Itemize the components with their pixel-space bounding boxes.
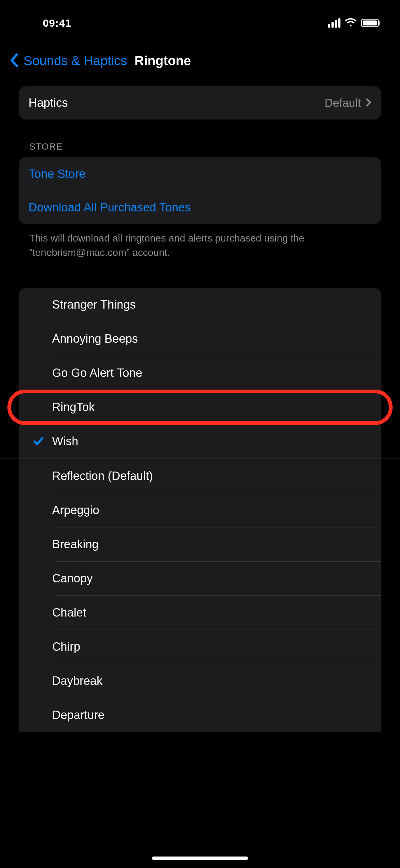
back-button-label[interactable]: Sounds & Haptics — [24, 53, 127, 68]
ringtone-row[interactable]: Canopy — [19, 562, 381, 596]
ringtone-row[interactable]: Chirp — [19, 630, 381, 664]
ringtone-name: RingTok — [52, 400, 95, 414]
ringtone-row[interactable]: Wish — [19, 424, 381, 459]
ringtone-name: Arpeggio — [52, 503, 99, 517]
status-indicators — [328, 18, 379, 28]
home-indicator[interactable] — [152, 857, 248, 860]
back-chevron-icon[interactable] — [9, 53, 19, 68]
ringtone-list: Stranger ThingsAnnoying BeepsGo Go Alert… — [19, 288, 381, 732]
ringtone-name: Wish — [52, 435, 78, 448]
status-bar: 09:41 — [0, 0, 400, 37]
tone-store-label: Tone Store — [29, 167, 86, 181]
ringtone-row[interactable]: Reflection (Default) — [19, 459, 381, 493]
ringtone-row[interactable]: Daybreak — [19, 664, 381, 698]
ringtone-name: Breaking — [52, 538, 99, 551]
ringtone-row[interactable]: RingTok — [19, 390, 381, 424]
ringtone-row[interactable]: Breaking — [19, 527, 381, 562]
haptics-value: Default — [325, 97, 361, 110]
ringtone-name: Daybreak — [52, 674, 103, 688]
page-title: Ringtone — [135, 53, 191, 68]
ringtone-name: Departure — [52, 708, 104, 722]
navigation-header: Sounds & Haptics Ringtone — [0, 37, 400, 80]
haptics-group: Haptics Default — [19, 86, 381, 120]
cellular-signal-icon — [328, 18, 340, 28]
ringtone-name: Stranger Things — [52, 298, 136, 311]
ringtone-row[interactable]: Chalet — [19, 596, 381, 630]
chevron-right-icon — [366, 97, 371, 110]
checkmark-icon — [25, 436, 52, 447]
ringtone-name: Canopy — [52, 572, 93, 585]
store-section-header: STORE — [19, 120, 381, 157]
ringtone-name: Reflection (Default) — [52, 469, 153, 483]
haptics-row[interactable]: Haptics Default — [19, 86, 381, 120]
download-all-row[interactable]: Download All Purchased Tones — [19, 191, 381, 224]
ringtone-name: Go Go Alert Tone — [52, 366, 142, 380]
store-section-footer: This will download all ringtones and ale… — [19, 224, 381, 260]
download-all-label: Download All Purchased Tones — [29, 201, 191, 214]
haptics-value-container: Default — [325, 97, 371, 110]
ringtone-name: Chirp — [52, 640, 80, 653]
tone-store-row[interactable]: Tone Store — [19, 157, 381, 191]
status-time: 09:41 — [43, 17, 71, 29]
ringtone-row[interactable]: Stranger Things — [19, 288, 381, 322]
ringtone-row[interactable]: Go Go Alert Tone — [19, 356, 381, 390]
ringtone-row[interactable]: Arpeggio — [19, 493, 381, 527]
battery-icon — [361, 19, 379, 27]
haptics-label: Haptics — [29, 96, 68, 110]
ringtone-row[interactable]: Departure — [19, 698, 381, 732]
store-group: Tone Store Download All Purchased Tones — [19, 157, 381, 224]
wifi-icon — [345, 18, 357, 28]
ringtone-name: Chalet — [52, 606, 86, 619]
ringtone-row[interactable]: Annoying Beeps — [19, 322, 381, 356]
ringtone-name: Annoying Beeps — [52, 332, 138, 345]
